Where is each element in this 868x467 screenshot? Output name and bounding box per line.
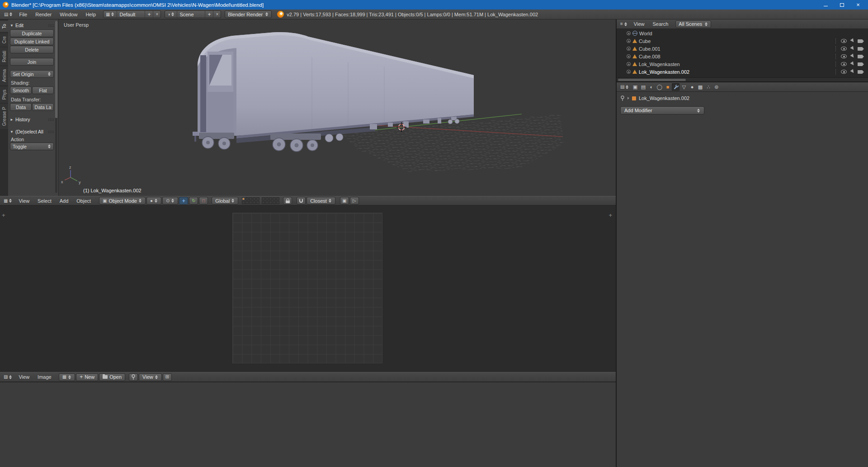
- renderability-camera-icon[interactable]: [858, 55, 863, 58]
- manipulator-translate-button[interactable]: +: [179, 197, 188, 205]
- region-corner-icon[interactable]: +: [609, 212, 612, 219]
- tool-shelf-scrollbar[interactable]: [55, 21, 57, 193]
- menu-image[interactable]: Image: [34, 374, 55, 380]
- pin-icon[interactable]: [620, 95, 625, 101]
- layer-cell[interactable]: [269, 197, 272, 200]
- properties-tab-data[interactable]: ▽: [680, 83, 688, 91]
- transfer-data-button[interactable]: Data: [10, 103, 32, 111]
- layer-cell[interactable]: [265, 201, 269, 204]
- render-animation-button[interactable]: ▷: [350, 197, 359, 205]
- panel-header-history[interactable]: ► History: [10, 117, 54, 122]
- renderability-camera-icon[interactable]: [858, 70, 863, 74]
- editor-type-button-outliner[interactable]: ≡: [618, 21, 629, 27]
- selectability-cursor-icon[interactable]: [850, 69, 854, 74]
- expand-icon[interactable]: [627, 62, 631, 66]
- scrollbar-thumb[interactable]: [618, 79, 686, 81]
- tab-physics[interactable]: Phys: [0, 86, 8, 103]
- editor-type-button-image[interactable]: ▨: [2, 374, 14, 380]
- menu-select[interactable]: Select: [34, 198, 55, 204]
- region-corner-icon[interactable]: +: [2, 212, 5, 219]
- panel-header-edit[interactable]: ▼ Edit: [10, 23, 54, 28]
- delete-layout-button[interactable]: ×: [153, 11, 160, 18]
- editor-type-button-3d[interactable]: ▦: [2, 198, 14, 204]
- tab-animation[interactable]: Anima: [0, 66, 8, 85]
- uv-image-canvas[interactable]: + +: [0, 205, 616, 372]
- uv-options-button[interactable]: ⊞: [163, 373, 172, 381]
- outliner-row-lok-wagenkasten-002[interactable]: Lok_Wagenkasten.002: [617, 68, 868, 76]
- properties-tab-render-layers[interactable]: ▤: [639, 83, 647, 91]
- add-layout-button[interactable]: +: [145, 11, 153, 18]
- tab-create[interactable]: Cre: [0, 33, 8, 47]
- editor-type-button-info[interactable]: ▤: [2, 12, 14, 17]
- snap-element-dropdown[interactable]: Closest: [307, 197, 335, 205]
- duplicate-button[interactable]: Duplicate: [10, 29, 54, 37]
- layer-cell[interactable]: [276, 197, 279, 200]
- layer-cell[interactable]: [253, 201, 256, 204]
- render-still-button[interactable]: ▣: [340, 197, 349, 205]
- delete-button[interactable]: Delete: [10, 46, 54, 53]
- properties-tab-texture[interactable]: ▩: [696, 83, 704, 91]
- outliner-row-lok-wagenkasten[interactable]: Lok_Wagenkasten: [617, 60, 868, 68]
- viewport-3d-canvas[interactable]: z y x User Persp (1) Lok_Wagenkasten.002: [59, 19, 616, 196]
- transfer-data-layout-button[interactable]: Data La: [32, 103, 54, 111]
- outliner-scrollbar[interactable]: [617, 77, 868, 81]
- scrollbar-thumb[interactable]: [55, 21, 57, 118]
- expand-icon[interactable]: [627, 70, 631, 74]
- layer-cell[interactable]: [242, 201, 245, 204]
- layer-cell[interactable]: [242, 197, 245, 200]
- editor-type-button-properties[interactable]: ▤: [618, 84, 631, 90]
- layer-cell[interactable]: [256, 197, 259, 200]
- visibility-eye-icon[interactable]: [841, 39, 847, 43]
- layer-cell[interactable]: [262, 197, 265, 200]
- layers-widget[interactable]: [242, 197, 279, 204]
- expand-icon[interactable]: [627, 54, 631, 58]
- shade-smooth-button[interactable]: Smooth: [10, 86, 32, 94]
- menu-help[interactable]: Help: [82, 12, 99, 17]
- properties-tab-modifiers[interactable]: [672, 83, 679, 91]
- properties-tab-world[interactable]: ◯: [656, 83, 663, 91]
- snap-toggle-button[interactable]: [297, 197, 306, 205]
- selectability-cursor-icon[interactable]: [850, 38, 854, 43]
- image-browse-button[interactable]: ▦: [59, 373, 75, 381]
- pin-button[interactable]: [129, 373, 138, 381]
- visibility-eye-icon[interactable]: [841, 62, 847, 66]
- selectability-cursor-icon[interactable]: [850, 62, 854, 67]
- expand-icon[interactable]: [627, 47, 631, 51]
- menu-add[interactable]: Add: [56, 198, 72, 204]
- expand-icon[interactable]: [627, 31, 631, 35]
- layer-cell[interactable]: [265, 197, 269, 200]
- layer-cell[interactable]: [276, 201, 279, 204]
- visibility-eye-icon[interactable]: [841, 47, 847, 51]
- layer-cell[interactable]: [256, 201, 259, 204]
- pivot-dropdown[interactable]: ⊙: [162, 197, 178, 205]
- uv-view-dropdown[interactable]: View: [139, 373, 162, 381]
- shade-flat-button[interactable]: Flat: [32, 86, 54, 94]
- outliner-row-cube-001[interactable]: Cube.001: [617, 45, 868, 52]
- add-modifier-dropdown[interactable]: Add Modifier: [620, 106, 704, 114]
- add-scene-button[interactable]: +: [205, 11, 213, 18]
- menu-view[interactable]: View: [15, 374, 33, 380]
- layer-cell[interactable]: [273, 201, 276, 204]
- properties-tab-render[interactable]: ▣: [631, 83, 639, 91]
- image-new-button[interactable]: + New: [76, 373, 98, 381]
- properties-tab-object[interactable]: ■: [664, 83, 671, 91]
- unlink-scene-button[interactable]: ×: [213, 11, 221, 18]
- layer-cell[interactable]: [273, 197, 276, 200]
- layout-browse-button[interactable]: ▦: [104, 11, 117, 18]
- tab-grease-pencil[interactable]: Grease P: [0, 104, 8, 129]
- properties-tab-physics[interactable]: ⊚: [712, 83, 720, 91]
- renderability-camera-icon[interactable]: [858, 47, 863, 51]
- menu-object[interactable]: Object: [73, 198, 94, 204]
- menu-window[interactable]: Window: [56, 12, 81, 17]
- selectability-cursor-icon[interactable]: [850, 54, 854, 59]
- selectability-cursor-icon[interactable]: [850, 46, 854, 51]
- viewport-shading-dropdown[interactable]: ●: [146, 197, 161, 205]
- scene-name[interactable]: Scene: [177, 11, 205, 18]
- render-engine-select[interactable]: Blender Render: [225, 10, 272, 18]
- outliner-row-world[interactable]: World: [617, 29, 868, 37]
- outliner-row-cube-008[interactable]: Cube.008: [617, 52, 868, 60]
- renderability-camera-icon[interactable]: [858, 62, 863, 66]
- layer-cell[interactable]: [249, 197, 252, 200]
- properties-tab-particles[interactable]: ∴: [704, 83, 712, 91]
- tab-tools[interactable]: To: [0, 21, 8, 32]
